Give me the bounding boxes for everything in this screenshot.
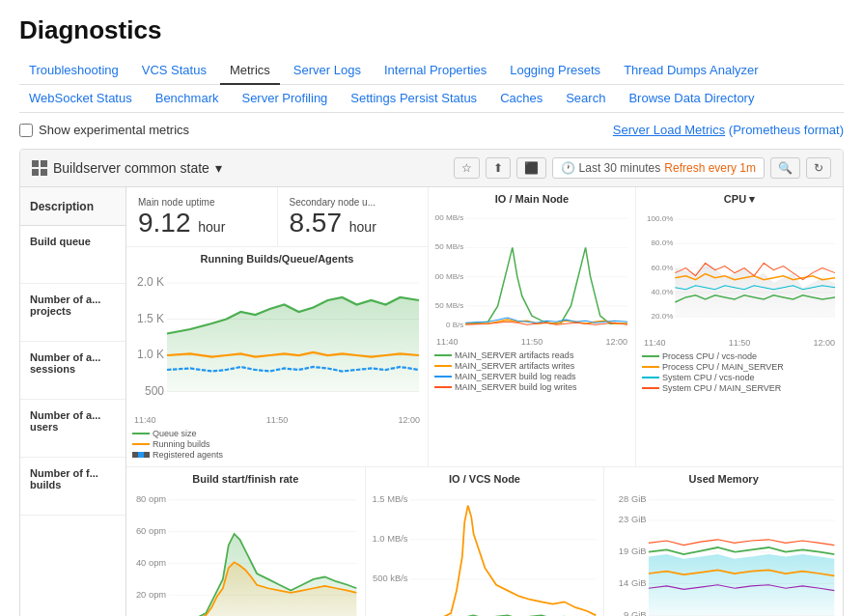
experimental-bar: Show experimental metrics Server Load Me… — [19, 123, 844, 137]
tab-thread-dumps[interactable]: Thread Dumps Analyzer — [614, 57, 767, 85]
io-main-chart: 200 MB/s 150 MB/s 100 MB/s 50 MB/s 0 B/s — [434, 209, 629, 335]
server-load-anchor[interactable]: Server Load Metrics — [613, 123, 725, 137]
tab-caches[interactable]: Caches — [490, 85, 552, 113]
secondary-uptime-label: Secondary node u... — [290, 197, 417, 208]
uptime-section: Main node uptime 9.12 hour Secondary nod… — [126, 187, 429, 466]
svg-text:150 MB/s: 150 MB/s — [434, 242, 463, 251]
legend-artifacts-reads: MAIN_SERVER artifacts reads — [434, 350, 629, 360]
primary-nav: Troubleshooting VCS Status Metrics Serve… — [19, 57, 844, 85]
io-vcs-chart: 1.5 MB/s 1.0 MB/s 500 kB/s 0 B/s — [372, 489, 599, 616]
tab-server-profiling[interactable]: Server Profiling — [232, 85, 337, 113]
cpu-x-labels: 11:40 11:50 12:00 — [642, 338, 837, 348]
svg-text:50 MB/s: 50 MB/s — [435, 301, 464, 310]
cpu-legend: Process CPU / vcs-node Process CPU / MAI… — [642, 351, 837, 393]
svg-rect-2 — [32, 169, 39, 176]
secondary-nav: WebSocket Status Benchmark Server Profil… — [19, 85, 844, 113]
legend-queue: Queue size — [132, 429, 422, 438]
top-metrics-row: Main node uptime 9.12 hour Secondary nod… — [126, 187, 843, 467]
svg-text:200 MB/s: 200 MB/s — [434, 213, 463, 222]
uptime-metrics: Main node uptime 9.12 hour Secondary nod… — [126, 187, 428, 247]
share-button[interactable]: ⬆ — [486, 157, 511, 179]
server-load-link: Server Load Metrics (Prometheus format) — [613, 123, 844, 137]
grafana-header: Buildserver common state ▾ ☆ ⬆ ⬛ 🕐 Last … — [20, 150, 843, 187]
svg-text:0 B/s: 0 B/s — [446, 321, 463, 329]
secondary-uptime-value: 8.57 hour — [290, 210, 417, 237]
svg-text:80 opm: 80 opm — [136, 494, 166, 504]
main-uptime-cell: Main node uptime 9.12 hour — [126, 187, 278, 246]
tab-metrics[interactable]: Metrics — [220, 57, 280, 85]
io-main-panel: IO / Main Node 200 MB/s 150 MB/s 100 MB/… — [429, 187, 636, 466]
io-vcs-title: IO / VCS Node — [372, 473, 599, 485]
svg-text:20 opm: 20 opm — [136, 590, 166, 600]
tab-server-logs[interactable]: Server Logs — [284, 57, 371, 85]
grafana-title: Buildserver common state ▾ — [32, 160, 222, 176]
io-main-x-labels: 11:40 11:50 12:00 — [434, 337, 629, 347]
tab-browse-data[interactable]: Browse Data Directory — [619, 85, 764, 113]
svg-text:100 MB/s: 100 MB/s — [434, 272, 463, 281]
cpu-panel: CPU ▾ 100.0% 80.0% 60.0% 40.0 — [636, 187, 843, 466]
tab-internal-properties[interactable]: Internal Properties — [375, 57, 496, 85]
experimental-label[interactable]: Show experimental metrics — [19, 123, 189, 137]
search-graph-button[interactable]: 🔍 — [770, 157, 800, 179]
legend-log-writes: MAIN_SERVER build log writes — [434, 382, 629, 392]
tab-settings-persist[interactable]: Settings Persist Status — [341, 85, 487, 113]
legend-agents: Registered agents — [132, 450, 422, 460]
svg-text:80.0%: 80.0% — [651, 238, 673, 247]
tab-vcs-status[interactable]: VCS Status — [132, 57, 216, 85]
running-builds-legend: Queue size Running builds Registered age… — [132, 429, 422, 460]
tab-troubleshooting[interactable]: Troubleshooting — [19, 57, 128, 85]
svg-rect-1 — [41, 160, 47, 167]
tab-websocket[interactable]: WebSocket Status — [19, 85, 142, 113]
svg-text:1.0 MB/s: 1.0 MB/s — [372, 534, 407, 544]
main-uptime-value: 9.12 hour — [138, 210, 265, 237]
svg-text:60.0%: 60.0% — [651, 264, 673, 272]
memory-title: Used Memory — [610, 473, 837, 485]
io-main-legend: MAIN_SERVER artifacts reads MAIN_SERVER … — [434, 350, 629, 392]
grid-icon — [32, 160, 47, 176]
svg-text:20.0%: 20.0% — [651, 312, 673, 321]
running-builds-panel: Running Builds/Queue/Agents 2.0 K — [126, 247, 428, 466]
tab-benchmark[interactable]: Benchmark — [146, 85, 229, 113]
experimental-checkbox[interactable] — [19, 124, 33, 137]
svg-rect-0 — [32, 160, 39, 167]
refresh-button[interactable]: ↻ — [806, 157, 831, 179]
svg-text:100.0%: 100.0% — [647, 214, 673, 223]
tab-logging-presets[interactable]: Logging Presets — [500, 57, 610, 85]
tv-button[interactable]: ⬛ — [516, 157, 546, 179]
svg-text:1.5 K: 1.5 K — [137, 312, 164, 325]
sidebar-descriptions: Description Build queue Number of a...pr… — [20, 187, 126, 616]
charts-area: Main node uptime 9.12 hour Secondary nod… — [126, 187, 843, 616]
grafana-body: Description Build queue Number of a...pr… — [20, 187, 843, 616]
svg-text:14 GiB: 14 GiB — [619, 578, 647, 588]
svg-text:60 opm: 60 opm — [136, 526, 166, 536]
legend-running: Running builds — [132, 439, 422, 449]
sidebar-item-builds: Number of f...builds — [20, 458, 125, 516]
bottom-charts-row: Build start/finish rate — [126, 467, 843, 616]
grafana-actions: ☆ ⬆ ⬛ 🕐 Last 30 minutes Refresh every 1m… — [454, 157, 831, 179]
star-button[interactable]: ☆ — [454, 157, 480, 179]
svg-rect-3 — [41, 169, 47, 176]
svg-text:9 GiB: 9 GiB — [624, 610, 646, 616]
legend-artifacts-writes: MAIN_SERVER artifacts writes — [434, 361, 629, 371]
time-badge: 🕐 Last 30 minutes Refresh every 1m — [552, 157, 765, 179]
svg-text:1.0 K: 1.0 K — [137, 348, 164, 361]
cpu-title: CPU ▾ — [642, 193, 837, 206]
tab-search[interactable]: Search — [556, 85, 615, 113]
svg-text:500 kB/s: 500 kB/s — [373, 574, 408, 583]
dropdown-icon: ▾ — [215, 160, 222, 176]
legend-log-reads: MAIN_SERVER build log reads — [434, 372, 629, 381]
running-builds-chart: 2.0 K 1.5 K 1.0 K 500 — [132, 268, 422, 413]
svg-text:40 opm: 40 opm — [136, 558, 166, 568]
sidebar-item-sessions: Number of a...sessions — [20, 342, 125, 400]
sidebar-item-projects: Number of a...projects — [20, 284, 125, 342]
main-uptime-label: Main node uptime — [138, 197, 265, 208]
build-rate-title: Build start/finish rate — [132, 473, 359, 485]
clock-icon: 🕐 — [561, 161, 575, 175]
svg-text:40.0%: 40.0% — [651, 288, 673, 296]
server-load-suffix: (Prometheus format) — [729, 123, 844, 137]
page-container: Diagnostics Troubleshooting VCS Status M… — [0, 0, 863, 616]
svg-text:500: 500 — [145, 384, 164, 398]
cpu-chart: 100.0% 80.0% 60.0% 40.0% 20.0% — [642, 210, 837, 336]
page-title: Diagnostics — [19, 15, 844, 45]
svg-text:28 GiB: 28 GiB — [619, 494, 647, 504]
